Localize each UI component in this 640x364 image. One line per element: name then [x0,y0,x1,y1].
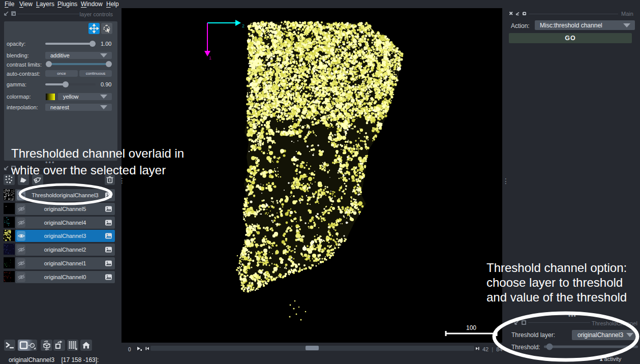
svg-text:1: 1 [209,55,211,60]
svg-text:2: 2 [242,23,245,28]
svg-text:100: 100 [466,324,476,331]
